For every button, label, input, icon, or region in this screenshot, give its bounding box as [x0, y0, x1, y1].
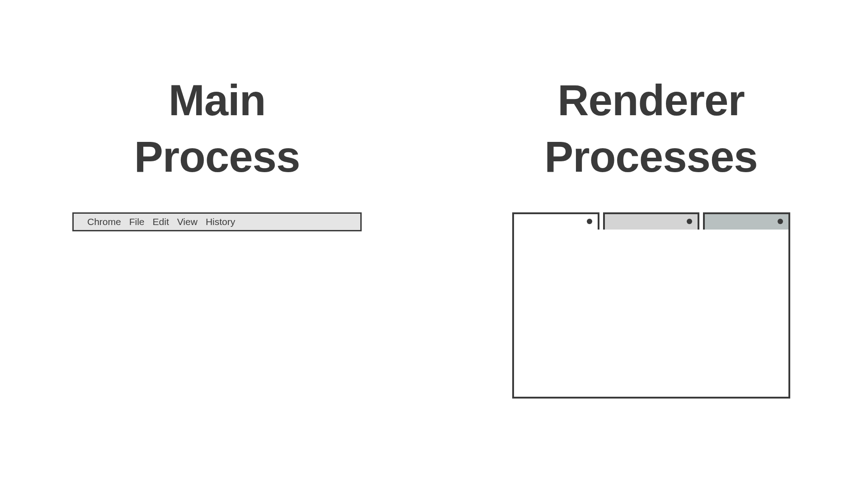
heading-line: Renderer	[544, 72, 757, 129]
browser-tab	[603, 212, 699, 231]
renderer-processes-column: Renderer Processes	[434, 72, 868, 488]
menu-item-chrome: Chrome	[87, 216, 121, 227]
menu-item-file: File	[129, 216, 145, 227]
main-process-heading: Main Process	[134, 72, 300, 185]
heading-line: Processes	[544, 129, 757, 185]
close-icon	[587, 219, 592, 224]
browser-tab-active	[512, 212, 599, 231]
heading-line: Main	[134, 72, 300, 129]
heading-line: Process	[134, 129, 300, 185]
menu-bar: Chrome File Edit View History	[72, 212, 362, 231]
main-process-column: Main Process Chrome File Edit View Histo…	[0, 72, 434, 488]
close-icon	[778, 219, 783, 224]
menu-item-history: History	[206, 216, 235, 227]
menu-item-view: View	[177, 216, 198, 227]
menu-item-edit: Edit	[153, 216, 169, 227]
browser-body	[512, 230, 790, 399]
browser-tab	[703, 212, 790, 231]
close-icon	[687, 219, 692, 224]
renderer-processes-heading: Renderer Processes	[544, 72, 757, 185]
browser-window	[512, 212, 790, 399]
tab-row	[512, 212, 790, 231]
